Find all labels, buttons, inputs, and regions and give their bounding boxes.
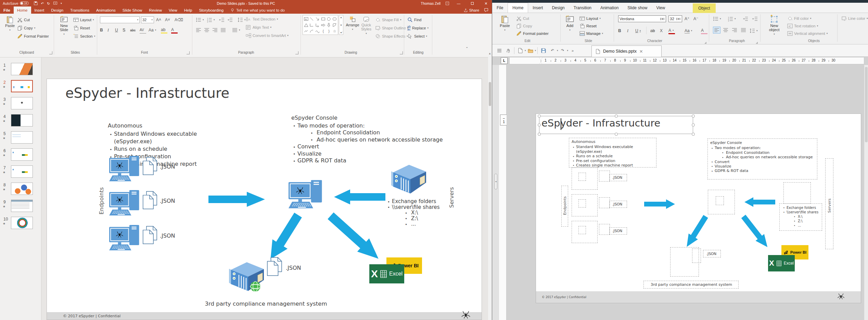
new-slide-button[interactable]: New Slide▾ bbox=[56, 16, 72, 36]
bullets-button[interactable]: ▾ bbox=[196, 16, 204, 23]
tab-stop-selector[interactable]: L bbox=[501, 57, 508, 64]
arrow-endpoints-to-console[interactable] bbox=[208, 192, 265, 207]
shape-corner-icon[interactable] bbox=[332, 23, 337, 27]
endpoint-computer-icon[interactable] bbox=[109, 156, 142, 183]
shape-rectangle-icon[interactable] bbox=[321, 17, 326, 21]
json-documents-icon[interactable] bbox=[142, 157, 158, 176]
shapes-gallery[interactable]: A { } ☆ bbox=[303, 15, 338, 35]
maximize-button[interactable] bbox=[468, 0, 477, 6]
slide-thumbnail-10[interactable]: 10★ bbox=[0, 216, 41, 232]
shape-textbox-icon[interactable]: A bbox=[304, 17, 308, 21]
slide-thumbnail-2[interactable]: 2★ bbox=[0, 79, 41, 95]
slide-thumbnail-7[interactable]: 7★ bbox=[0, 165, 41, 181]
columns-button[interactable]: ▾ bbox=[232, 27, 240, 34]
redo-icon[interactable]: ↷ bbox=[558, 46, 567, 55]
tab-view[interactable]: View bbox=[165, 6, 181, 14]
decrease-indent-button[interactable] bbox=[752, 15, 758, 22]
ppt-vertical-scrollbar[interactable]: ▲ bbox=[488, 51, 492, 320]
ribbon-display-options-icon[interactable] bbox=[445, 1, 449, 5]
italic-button[interactable]: I bbox=[627, 27, 634, 34]
shape-ellipse-icon[interactable] bbox=[327, 17, 331, 21]
copy-button[interactable]: Copy▾ bbox=[17, 25, 35, 31]
paste-dropdown-icon[interactable]: ▾ bbox=[9, 28, 11, 32]
slide-thumbnail-image[interactable] bbox=[11, 217, 33, 229]
document-close-icon[interactable]: ✕ bbox=[639, 49, 643, 54]
text-direction-button[interactable]: Text Direction▾ bbox=[246, 16, 278, 23]
select-button[interactable]: Select▾ bbox=[407, 33, 427, 40]
shape-fill-button[interactable]: Shape Fill▾ bbox=[375, 16, 401, 23]
tab-slideshow[interactable]: Slide Show bbox=[119, 6, 146, 14]
grow-font-button[interactable]: A˄ bbox=[156, 16, 163, 23]
scrollbar-thumb[interactable] bbox=[865, 67, 868, 142]
slide-thumbnail-image[interactable] bbox=[11, 97, 33, 109]
sm-vertical-scrollbar[interactable] bbox=[864, 65, 868, 320]
increase-indent-button[interactable] bbox=[743, 15, 748, 22]
start-presentation-icon[interactable] bbox=[53, 1, 58, 5]
undo-icon[interactable]: ↶ bbox=[41, 1, 44, 5]
open-document-icon[interactable] bbox=[526, 46, 535, 55]
align-right-button[interactable] bbox=[212, 27, 218, 34]
justify-button[interactable] bbox=[740, 27, 747, 34]
align-center-button[interactable] bbox=[204, 27, 209, 34]
tab-file[interactable]: File bbox=[0, 6, 14, 14]
autosave-pill[interactable]: Off bbox=[20, 1, 29, 5]
close-button[interactable]: ✕ bbox=[482, 0, 490, 6]
horizontal-ruler[interactable]: 1234567891011121314151617181920212223242… bbox=[509, 57, 864, 64]
cut-button[interactable]: Cut bbox=[516, 15, 529, 22]
shape-brace-left-icon[interactable]: { bbox=[322, 29, 324, 33]
image-placeholder[interactable] bbox=[692, 249, 701, 263]
copy-button[interactable]: Copy bbox=[516, 23, 532, 29]
arrow-servers-to-console[interactable] bbox=[334, 189, 385, 204]
font-name-select[interactable]: Verdana▼ bbox=[618, 15, 666, 22]
shape-block-arrow-right-icon[interactable] bbox=[321, 23, 326, 27]
comments-icon[interactable] bbox=[484, 8, 488, 12]
reset-button[interactable]: Reset bbox=[73, 25, 90, 31]
endpoint-computer-icon[interactable] bbox=[109, 225, 142, 252]
new-object-button[interactable]: New object▾ bbox=[765, 14, 784, 36]
shape-rounded-rect-icon[interactable] bbox=[332, 17, 337, 21]
document-tab[interactable]: Demo Slides.pptx ✕ bbox=[591, 45, 662, 57]
font-name-select[interactable]: ▾ bbox=[100, 16, 140, 23]
shape-elbow-icon[interactable] bbox=[309, 23, 314, 27]
tab-insert[interactable]: Insert bbox=[31, 6, 48, 14]
format-painter-button[interactable]: Format Painter bbox=[17, 33, 49, 40]
servers-label[interactable]: Servers bbox=[827, 185, 832, 226]
grow-font-button[interactable]: A⁺ bbox=[685, 15, 691, 22]
json-documents-icon[interactable] bbox=[266, 257, 283, 277]
image-placeholder[interactable] bbox=[783, 182, 811, 204]
justify-button[interactable] bbox=[220, 27, 226, 34]
shape-triangle-icon[interactable] bbox=[304, 23, 308, 27]
json-label-frame[interactable]: .JSON bbox=[703, 250, 721, 257]
layout-button[interactable]: Layout▾ bbox=[579, 15, 601, 22]
arrange-button[interactable]: Arrange▾ bbox=[345, 16, 360, 31]
arrow-endpoints-to-console[interactable] bbox=[644, 199, 675, 209]
tab-object[interactable]: Object bbox=[693, 3, 716, 13]
menu-icon[interactable] bbox=[495, 46, 504, 55]
tab-home[interactable]: Home bbox=[14, 6, 31, 14]
decrease-indent-button[interactable] bbox=[219, 16, 225, 23]
text-shadow-button[interactable]: S bbox=[123, 27, 129, 34]
shape-effects-button[interactable]: Shape Effects▾ bbox=[375, 33, 408, 40]
manage-button[interactable]: Manage▾ bbox=[579, 30, 603, 37]
line-spacing-button[interactable]: ▾ bbox=[750, 27, 758, 34]
slide-thumbnail-image[interactable] bbox=[11, 200, 33, 212]
tab-design[interactable]: Design bbox=[547, 3, 569, 13]
shape-arrow-line-icon[interactable] bbox=[315, 17, 320, 21]
console-computer-icon[interactable] bbox=[289, 180, 325, 211]
paragraph-dialog-launcher[interactable] bbox=[295, 51, 298, 54]
tab-help[interactable]: Help bbox=[181, 6, 196, 14]
bold-button[interactable]: B bbox=[100, 27, 106, 34]
change-case-button[interactable]: Aa▾ bbox=[685, 27, 691, 34]
tab-home[interactable]: Home bbox=[508, 3, 528, 13]
tab-file[interactable]: File bbox=[492, 3, 508, 13]
tab-design[interactable]: Design bbox=[48, 6, 67, 14]
align-left-button[interactable] bbox=[196, 27, 201, 34]
line-color-button[interactable]: Line color▾ bbox=[841, 15, 868, 22]
strikethrough-button[interactable]: ab bbox=[650, 27, 657, 34]
strikethrough-button[interactable]: abc bbox=[130, 27, 137, 34]
panel-splitter[interactable]: ◂ bbox=[494, 174, 497, 189]
slide-thumbnail-image[interactable] bbox=[11, 183, 33, 195]
tab-view[interactable]: View bbox=[652, 3, 669, 13]
save-icon[interactable] bbox=[34, 1, 38, 5]
slide-thumbnail-8[interactable]: 8★ bbox=[0, 182, 41, 198]
